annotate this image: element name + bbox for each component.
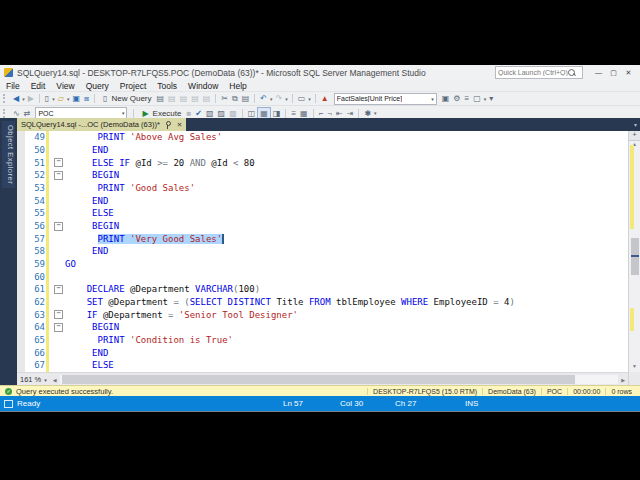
tab-sqlquery14[interactable]: SQLQuery14.sql -...OC (DemoData (63))* ✕: [17, 118, 186, 131]
code-line-59[interactable]: 59GO: [17, 258, 628, 271]
open-file-icon[interactable]: ▱: [56, 93, 66, 104]
new-file-icon[interactable]: ▯: [43, 93, 51, 104]
redo-icon[interactable]: ↷: [274, 93, 285, 104]
table-field-combo[interactable]: FactSales[Unit Price]▾: [334, 93, 437, 105]
vertical-scrollbar[interactable]: + ▲ ▼: [628, 131, 640, 385]
decrease-indent-icon[interactable]: ⇤: [334, 108, 345, 119]
menu-view[interactable]: View: [56, 81, 74, 91]
code-editor[interactable]: 49 PRINT 'Above Avg Sales'50 END51− ELSE…: [17, 131, 628, 372]
toolbar-overflow-icon[interactable]: ▾: [487, 93, 495, 104]
menu-query[interactable]: Query: [86, 81, 109, 91]
restore-button[interactable]: ▢: [606, 66, 621, 79]
table-field-combo-dropdown-icon[interactable]: ▾: [431, 96, 434, 102]
intellisense-icon[interactable]: ▩: [227, 108, 239, 119]
redo-dropdown[interactable]: ▾: [284, 96, 289, 102]
specify-values-icon[interactable]: ✱: [362, 108, 373, 119]
fold-collapse-icon[interactable]: −: [54, 285, 63, 294]
code-line-67[interactable]: 67 ELSE: [17, 359, 628, 372]
actual-plan-icon[interactable]: ◫: [246, 108, 258, 119]
horizontal-scroll-track[interactable]: [60, 375, 618, 384]
menu-edit[interactable]: Edit: [31, 81, 46, 91]
quick-launch-box[interactable]: [495, 66, 583, 79]
analysis-query-icon-4[interactable]: ▤: [201, 93, 213, 104]
save-all-icon[interactable]: ⧈: [82, 93, 91, 104]
generate-script-dropdown[interactable]: ▾: [307, 96, 312, 102]
analysis-query-icon-3[interactable]: ▤: [189, 93, 201, 104]
execute-button[interactable]: ▶Execute: [137, 108, 184, 119]
code-line-64[interactable]: 64− BEGIN: [17, 321, 628, 334]
pin-icon[interactable]: [166, 121, 171, 126]
activity-monitor-icon[interactable]: ▲: [319, 93, 331, 104]
minimize-button[interactable]: —: [591, 66, 606, 79]
comment-lines-icon[interactable]: ⌐: [317, 108, 326, 119]
code-line-57[interactable]: 57 PRINT 'Very Good Sales': [17, 232, 628, 245]
quick-launch-input[interactable]: [498, 69, 568, 76]
toolbar-grip[interactable]: [3, 94, 8, 103]
menu-window[interactable]: Window: [188, 81, 218, 91]
new-database-engine-query-icon[interactable]: ▤: [155, 93, 167, 104]
menu-help[interactable]: Help: [229, 81, 246, 91]
code-line-65[interactable]: 65 PRINT 'Condition is True': [17, 334, 628, 347]
code-line-60[interactable]: 60: [17, 270, 628, 283]
template-explorer-icon[interactable]: ≡: [462, 93, 471, 104]
code-line-53[interactable]: 53 PRINT 'Good Sales': [17, 182, 628, 195]
fold-collapse-icon[interactable]: −: [54, 222, 63, 231]
code-line-51[interactable]: 51− ELSE IF @Id >= 20 AND @Id < 80: [17, 156, 628, 169]
code-line-62[interactable]: 62 SET @Department = (SELECT DISTINCT Ti…: [17, 296, 628, 309]
uncomment-lines-icon[interactable]: ¬: [325, 108, 334, 119]
code-line-55[interactable]: 55 ELSE: [17, 207, 628, 220]
code-line-58[interactable]: 58 END: [17, 245, 628, 258]
cancel-query-icon[interactable]: ■: [184, 108, 193, 119]
object-explorer-tab[interactable]: Object Explorer: [2, 121, 15, 188]
save-icon[interactable]: ▣: [70, 93, 82, 104]
nav-back-icon[interactable]: ◀: [11, 93, 21, 104]
analysis-query-icon-2[interactable]: ▤: [178, 93, 190, 104]
code-line-49[interactable]: 49 PRINT 'Above Avg Sales': [17, 131, 628, 144]
client-stats-icon[interactable]: ◨: [271, 108, 283, 119]
undo-icon[interactable]: ↶: [258, 93, 269, 104]
fold-collapse-icon[interactable]: −: [54, 310, 63, 319]
close-button[interactable]: ✕: [621, 66, 636, 79]
generate-script-icon[interactable]: ▭: [296, 93, 308, 104]
menu-project[interactable]: Project: [120, 81, 146, 91]
scroll-down-icon[interactable]: ▼: [629, 362, 640, 371]
menu-tools[interactable]: Tools: [157, 81, 177, 91]
tab-list-dropdown-icon[interactable]: ▾: [634, 121, 637, 128]
code-line-52[interactable]: 52− BEGIN: [17, 169, 628, 182]
toolbar2-overflow-dropdown[interactable]: ▾: [373, 110, 378, 116]
new-query-button[interactable]: ▯New Query: [98, 93, 154, 104]
change-connection-icon[interactable]: ⇄: [22, 108, 33, 119]
estimated-plan-icon[interactable]: ▧: [204, 108, 216, 119]
connect-icon[interactable]: ∿: [11, 108, 22, 119]
code-line-50[interactable]: 50 END: [17, 144, 628, 157]
fold-collapse-icon[interactable]: −: [54, 323, 63, 332]
results-to-text-icon[interactable]: ≡: [289, 108, 298, 119]
cut-icon[interactable]: ✂: [219, 93, 230, 104]
paste-icon[interactable]: ▤: [240, 93, 252, 104]
properties-window-icon[interactable]: ▣: [440, 93, 452, 104]
code-line-66[interactable]: 66 END: [17, 346, 628, 359]
fold-collapse-icon[interactable]: −: [54, 158, 63, 167]
analysis-query-icon-1[interactable]: ▤: [166, 93, 178, 104]
scroll-left-icon[interactable]: ◀: [50, 377, 60, 383]
code-line-56[interactable]: 56− BEGIN: [17, 220, 628, 233]
increase-indent-icon[interactable]: ⇥: [345, 108, 356, 119]
zoom-selector[interactable]: 161 % ▾: [17, 375, 50, 384]
menu-file[interactable]: File: [6, 81, 20, 91]
zoom-dropdown-icon[interactable]: ▾: [44, 377, 47, 383]
code-line-61[interactable]: 61− DECLARE @Department VARCHAR(100): [17, 283, 628, 296]
database-combo-dropdown-icon[interactable]: ▾: [122, 110, 125, 116]
scroll-right-icon[interactable]: ▶: [618, 377, 628, 383]
code-line-63[interactable]: 63− IF @Department = 'Senior Tool Design…: [17, 308, 628, 321]
toolbar-grip[interactable]: [3, 109, 8, 118]
parse-icon[interactable]: ✔: [193, 108, 204, 119]
wrench-icon[interactable]: ⚙: [451, 93, 462, 104]
results-to-grid-icon[interactable]: ▦: [298, 108, 310, 119]
copy-icon[interactable]: ⧉: [230, 93, 240, 104]
display-icon[interactable]: ▢: [471, 93, 483, 104]
horizontal-scroll-thumb[interactable]: [62, 375, 576, 384]
fold-collapse-icon[interactable]: −: [54, 171, 63, 180]
tab-close-icon[interactable]: ✕: [177, 121, 182, 129]
query-options-icon[interactable]: ▨: [216, 108, 228, 119]
nav-forward-icon[interactable]: ▶: [26, 93, 36, 104]
